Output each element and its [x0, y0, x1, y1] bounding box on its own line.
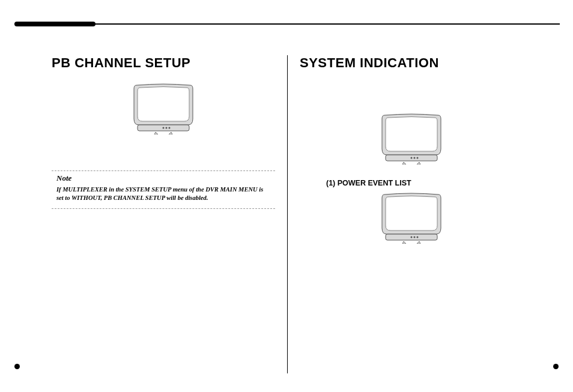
svg-point-9	[410, 237, 412, 238]
header-rule	[14, 23, 560, 25]
crt-monitor-icon	[132, 83, 195, 134]
page-marker-dot-right	[553, 364, 559, 369]
crt-monitor-icon	[380, 113, 443, 164]
content-columns: PB CHANNEL SETUP Note If MULTIPLEXER in …	[14, 55, 560, 373]
right-column: SYSTEM INDICATION (1) POWER EVENT LIST	[287, 55, 560, 373]
left-section-title: PB CHANNEL SETUP	[52, 55, 275, 71]
svg-point-1	[163, 127, 165, 129]
note-box: Note If MULTIPLEXER in the SYSTEM SETUP …	[52, 170, 275, 209]
monitor-illustration-right-top	[300, 113, 523, 164]
subsection-power-event-list: (1) POWER EVENT LIST	[326, 179, 523, 187]
note-label: Note	[56, 173, 270, 183]
left-column: PB CHANNEL SETUP Note If MULTIPLEXER in …	[14, 55, 287, 373]
right-section-title: SYSTEM INDICATION	[300, 55, 523, 71]
crt-monitor-icon	[380, 192, 443, 244]
svg-point-3	[169, 127, 171, 129]
monitor-illustration-right-bottom	[300, 192, 523, 244]
note-text: If MULTIPLEXER in the SYSTEM SETUP menu …	[56, 185, 270, 202]
svg-point-6	[413, 157, 415, 159]
monitor-illustration-left	[52, 83, 275, 134]
svg-point-7	[416, 157, 418, 159]
svg-point-2	[166, 127, 168, 129]
svg-point-11	[416, 237, 418, 238]
svg-point-5	[410, 157, 412, 159]
svg-point-10	[413, 237, 415, 238]
page-marker-dot-left	[14, 364, 20, 369]
